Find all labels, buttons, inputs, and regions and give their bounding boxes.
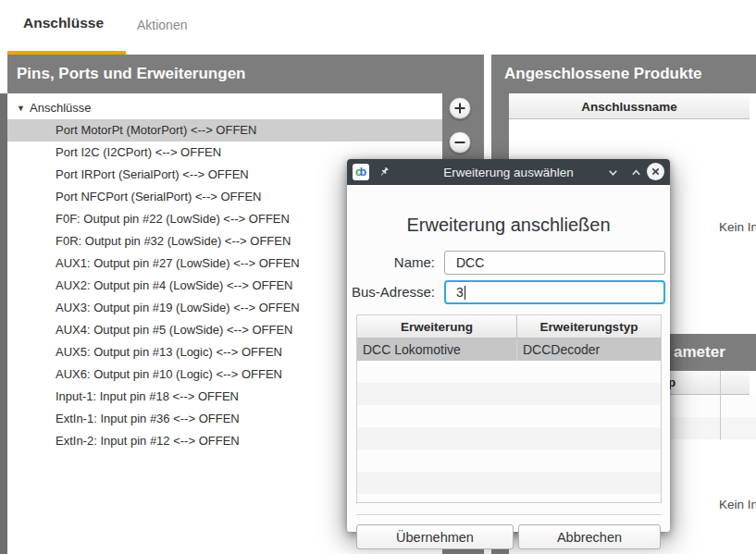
extension-table: Erweiterung Erweiterungstyp DCC Lokomoti… [356, 314, 662, 503]
text-caret [465, 286, 465, 300]
dialog-separator [356, 514, 662, 515]
parameters-title: ameter [674, 343, 725, 362]
dialog-heading: Erweiterung anschließen [347, 215, 670, 236]
close-button[interactable] [647, 163, 664, 180]
expander-icon[interactable]: ▼ [17, 97, 30, 119]
name-value: DCC [456, 255, 484, 270]
chevron-up-icon [630, 166, 642, 179]
table-empty-rows [357, 361, 661, 502]
parameters-empty-placeholder: Kein In [719, 498, 756, 511]
tree-item[interactable]: Port MotorPt (MotorPort) <--> OFFEN [7, 119, 442, 142]
name-input[interactable]: DCC [444, 251, 665, 275]
bus-address-input[interactable]: 3 [444, 280, 665, 304]
pin-icon[interactable] [377, 166, 390, 179]
tab-aktionen[interactable]: Aktionen [137, 18, 187, 32]
bus-address-value: 3 [456, 285, 464, 300]
shade-button[interactable] [605, 165, 620, 179]
name-label: Name: [347, 251, 435, 275]
apply-button[interactable]: Übernehmen [356, 524, 514, 549]
tab-anschluesse[interactable]: Anschlüsse [23, 15, 104, 31]
column-header-anschlussname[interactable]: Anschlussname [509, 95, 750, 119]
maximize-button[interactable] [628, 165, 643, 179]
extension-dialog: cb Erweiterung auswählen Erweiterung ans… [347, 159, 670, 532]
left-edge-strip [0, 93, 7, 554]
chevron-down-icon [607, 166, 619, 179]
column-header-erweiterungstyp[interactable]: Erweiterungstyp [517, 315, 661, 339]
dialog-title: Erweiterung auswählen [347, 166, 670, 179]
table-row-selected[interactable]: DCC Lokomotive DCCDecoder [357, 339, 661, 361]
products-empty-placeholder: Kein In [719, 220, 756, 234]
plus-icon [452, 101, 467, 116]
connected-products-title: Angeschlossene Produkte [491, 55, 756, 93]
remove-button[interactable] [449, 131, 471, 154]
table-column-divider [516, 315, 517, 339]
dialog-body: Erweiterung anschließen Name: DCC Bus-Ad… [347, 185, 670, 532]
minus-icon [452, 135, 467, 150]
cell-erweiterungstyp: DCCDecoder [523, 339, 600, 361]
column-header-erweiterung[interactable]: Erweiterung [357, 315, 516, 339]
dialog-titlebar[interactable]: cb Erweiterung auswählen [347, 159, 670, 185]
parameters-column-divider [720, 371, 721, 440]
tree-root-item[interactable]: ▼Anschlüsse [7, 97, 442, 119]
app-icon: cb [353, 164, 369, 180]
cancel-button[interactable]: Abbrechen [518, 524, 661, 549]
add-button[interactable] [449, 97, 471, 119]
bus-address-label: Bus-Adresse: [347, 280, 435, 304]
close-icon [651, 166, 661, 177]
pins-ports-panel-title: Pins, Ports und Erweiterungen [7, 55, 484, 93]
tree-root-label: Anschlüsse [30, 101, 91, 115]
cell-erweiterung: DCC Lokomotive [363, 339, 461, 361]
